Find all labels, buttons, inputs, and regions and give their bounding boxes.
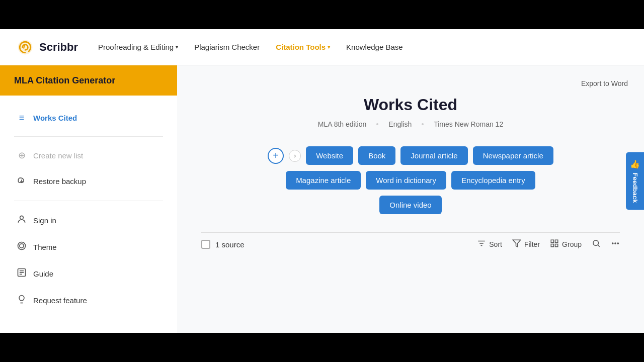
svg-line-18 xyxy=(598,245,599,246)
logo-text: Scribbr xyxy=(39,41,78,54)
nav-item-plagiarism[interactable]: Plagiarism Checker xyxy=(194,43,260,51)
source-count: 1 source xyxy=(215,240,245,249)
more-options-button[interactable] xyxy=(611,239,620,250)
sidebar-item-restore[interactable]: Restore backup xyxy=(14,170,163,193)
user-icon xyxy=(16,214,27,227)
sort-label: Sort xyxy=(489,240,502,248)
sidebar-label-request-feature: Request feature xyxy=(33,296,87,305)
bar-actions: Sort Filter xyxy=(477,239,620,250)
source-type-book-button[interactable]: Book xyxy=(358,146,395,165)
bulb-icon xyxy=(16,294,27,307)
source-types-row-2: Magazine article Word in dictionary Ency… xyxy=(286,171,535,190)
svg-point-17 xyxy=(593,240,599,246)
nav-item-proofreading[interactable]: Proofreading & Editing ▾ xyxy=(98,43,178,51)
sidebar-item-guide[interactable]: Guide xyxy=(14,262,163,285)
subtitle-edition: MLA 8th edition xyxy=(318,120,367,128)
sidebar-label-guide: Guide xyxy=(33,269,53,278)
search-button[interactable] xyxy=(592,239,601,250)
nav-links: Proofreading & Editing ▾ Plagiarism Chec… xyxy=(98,43,403,51)
thumbs-up-icon: 👍 xyxy=(630,159,640,169)
sources-bar: 1 source Sort xyxy=(201,232,620,256)
export-to-word-button[interactable]: Export to Word xyxy=(581,79,628,87)
source-type-website-button[interactable]: Website xyxy=(306,146,353,165)
sidebar: MLA Citation Generator ≡ Works Cited ⊕ C… xyxy=(0,65,177,333)
cloud-icon xyxy=(16,175,27,188)
sidebar-divider-1 xyxy=(14,136,163,137)
filter-label: Filter xyxy=(524,240,540,248)
scroll-left-button[interactable]: › xyxy=(289,150,301,162)
source-types-row-3: Online video xyxy=(379,196,441,214)
sidebar-label-theme: Theme xyxy=(33,243,57,251)
source-type-magazine-button[interactable]: Magazine article xyxy=(286,171,361,190)
theme-icon xyxy=(16,241,27,253)
subtitle-language: English xyxy=(388,120,412,128)
filter-button[interactable]: Filter xyxy=(512,239,540,250)
source-type-encyclopedia-button[interactable]: Encyclopedia entry xyxy=(451,171,535,190)
more-icon xyxy=(611,239,620,250)
svg-rect-13 xyxy=(551,240,553,242)
filter-icon xyxy=(512,239,521,250)
body-layout: MLA Citation Generator ≡ Works Cited ⊕ C… xyxy=(0,65,644,333)
svg-point-3 xyxy=(20,244,24,248)
source-types-row-1: + › Website Book Journal article Newspap… xyxy=(268,146,553,165)
sidebar-header: MLA Citation Generator xyxy=(0,65,177,96)
nav-label-proofreading: Proofreading & Editing xyxy=(98,43,174,51)
add-source-button[interactable]: + xyxy=(268,148,284,164)
subtitle-dot-2 xyxy=(422,123,424,125)
sidebar-label-create-list: Create new list xyxy=(33,151,83,160)
svg-marker-12 xyxy=(513,240,520,247)
svg-point-20 xyxy=(615,243,616,244)
source-type-newspaper-button[interactable]: Newspaper article xyxy=(473,146,553,165)
nav-label-knowledge: Knowledge Base xyxy=(346,43,403,51)
svg-point-4 xyxy=(18,242,26,250)
sidebar-label-sign-in: Sign in xyxy=(33,216,56,225)
source-types-container: + › Website Book Journal article Newspap… xyxy=(201,146,620,214)
sidebar-title: MLA Citation Generator xyxy=(14,75,115,86)
guide-icon xyxy=(16,267,27,280)
sidebar-body: ≡ Works Cited ⊕ Create new list xyxy=(0,96,177,324)
svg-point-19 xyxy=(612,243,613,244)
logo-area[interactable]: Scribbr xyxy=(16,38,78,56)
nav-item-citation[interactable]: Citation Tools ▾ xyxy=(276,43,330,51)
subtitle-dot-1 xyxy=(376,123,378,125)
group-label: Group xyxy=(562,240,582,248)
add-circle-icon: ⊕ xyxy=(16,150,27,161)
source-type-journal-button[interactable]: Journal article xyxy=(400,146,467,165)
chevron-icon-proofreading: ▾ xyxy=(176,44,178,50)
sidebar-item-sign-in[interactable]: Sign in xyxy=(14,209,163,232)
svg-point-2 xyxy=(20,216,24,219)
sort-button[interactable]: Sort xyxy=(477,239,502,250)
works-cited-heading: Works Cited xyxy=(201,96,620,114)
sidebar-item-create-list[interactable]: ⊕ Create new list xyxy=(14,145,163,166)
list-icon: ≡ xyxy=(16,113,27,123)
main-content-area: Export to Word Works Cited MLA 8th editi… xyxy=(177,65,644,333)
subtitle-font: Times New Roman 12 xyxy=(434,120,503,128)
group-button[interactable]: Group xyxy=(550,239,582,250)
feedback-tab[interactable]: 👍 Feedback xyxy=(626,152,644,210)
sidebar-label-restore: Restore backup xyxy=(33,177,86,186)
source-type-video-button[interactable]: Online video xyxy=(379,196,441,214)
source-type-dictionary-button[interactable]: Word in dictionary xyxy=(366,171,446,190)
navbar: Scribbr Proofreading & Editing ▾ Plagiar… xyxy=(0,29,644,65)
nav-item-knowledge[interactable]: Knowledge Base xyxy=(346,43,403,51)
sidebar-item-works-cited[interactable]: ≡ Works Cited xyxy=(14,108,163,128)
search-icon xyxy=(592,239,601,250)
scribbr-logo-icon xyxy=(16,38,34,56)
subtitle-row: MLA 8th edition English Times New Roman … xyxy=(201,120,620,128)
bottom-black-bar xyxy=(0,333,644,362)
nav-label-citation: Citation Tools xyxy=(276,43,326,51)
sidebar-item-request-feature[interactable]: Request feature xyxy=(14,289,163,312)
sidebar-label-works-cited: Works Cited xyxy=(33,114,77,122)
top-black-bar xyxy=(0,0,644,29)
sort-icon xyxy=(477,239,486,250)
sidebar-divider-2 xyxy=(14,201,163,201)
sidebar-item-theme[interactable]: Theme xyxy=(14,236,163,258)
svg-rect-15 xyxy=(551,244,553,247)
svg-rect-14 xyxy=(555,240,558,242)
nav-label-plagiarism: Plagiarism Checker xyxy=(194,43,260,51)
select-all-checkbox[interactable] xyxy=(201,240,210,249)
svg-point-21 xyxy=(617,243,618,244)
checkbox-area: 1 source xyxy=(201,240,245,249)
svg-rect-16 xyxy=(555,244,558,247)
chevron-icon-citation: ▾ xyxy=(328,44,330,50)
